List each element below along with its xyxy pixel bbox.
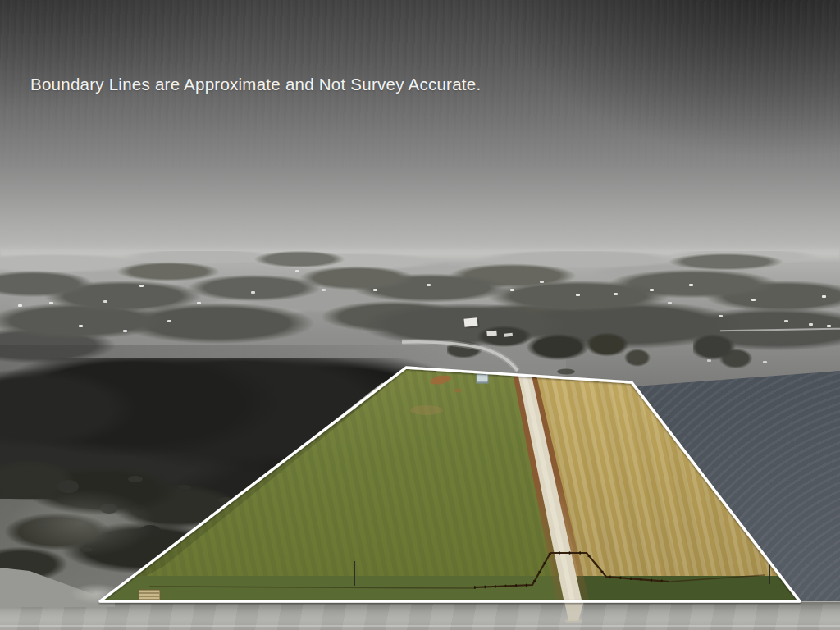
disclaimer-text: Boundary Lines are Approximate and Not S… <box>30 75 481 95</box>
dirt-patch-small <box>454 389 462 393</box>
parcel-fill-group <box>82 353 837 615</box>
driveway-road-crossing <box>564 601 584 621</box>
worn-grass-patch <box>410 405 443 415</box>
shed-shadow <box>477 381 488 383</box>
pond <box>557 369 575 375</box>
driveway-crossing-fade <box>564 619 582 623</box>
cattle-guard <box>139 590 160 600</box>
aerial-photo-frame: Boundary Lines are Approximate and Not S… <box>0 0 840 630</box>
